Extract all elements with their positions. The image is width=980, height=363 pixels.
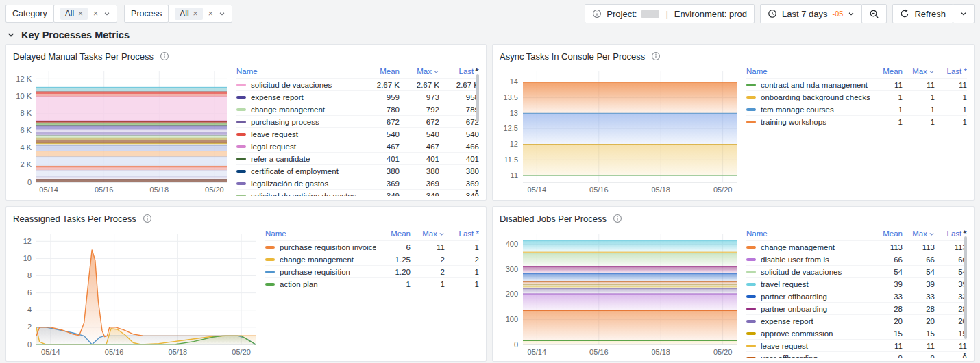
series-name[interactable]: approve commission (761, 329, 833, 338)
legend-row[interactable]: change management 113 113 113 (746, 240, 967, 253)
series-name[interactable]: legal request (251, 142, 296, 151)
series-name[interactable]: training workshops (761, 118, 826, 126)
legend-row[interactable]: user offboarding 9 9 9 (746, 351, 967, 358)
dashboard-row-header[interactable]: Key Processes Metrics (0, 25, 980, 44)
timeseries-chart[interactable]: 1111.51212.51313.51405/1405/1605/1805/20 (500, 64, 741, 196)
series-name[interactable]: leave request (761, 342, 808, 350)
legend-row[interactable]: contract and nda management 11 11 11 (746, 78, 967, 90)
legend-row[interactable]: purchasing process 672 672 672 (236, 115, 479, 127)
legend-col-mean[interactable]: Mean (870, 67, 903, 75)
series-name[interactable]: purchase requisition invoices (280, 243, 376, 251)
legend-scroll-up-icon[interactable]: ▲ (474, 66, 479, 71)
series-name[interactable]: change management (761, 243, 835, 251)
legend-row[interactable]: solicitud de anticipo de gastos 349 349 … (236, 189, 479, 196)
series-name[interactable]: purchase requisition (280, 268, 350, 276)
legend-scrollbar[interactable] (476, 74, 479, 122)
legend-row[interactable]: change management 1.25 2 2 (265, 253, 479, 265)
timeseries-chart[interactable]: 010020030040005/1405/1605/1805/20 (500, 227, 741, 358)
legend-col-mean[interactable]: Mean (360, 67, 400, 75)
legend-row[interactable]: partner offboarding 33 33 33 (746, 290, 967, 302)
legend-col-max[interactable]: Max (400, 67, 439, 75)
legend-row[interactable]: refer a candidate 401 401 401 (236, 152, 479, 164)
legend-row[interactable]: training workshops 1 1 1 (746, 115, 967, 127)
series-name[interactable]: onboarding background checks (761, 93, 870, 101)
legend-scroll-down-icon[interactable]: ▼ (962, 351, 967, 356)
series-name[interactable]: solicitud de vacaciones (251, 81, 332, 89)
series-name[interactable]: legalización de gastos (251, 179, 328, 188)
legend-col-last[interactable]: Last * (935, 67, 967, 75)
legend-col-mean[interactable]: Mean (870, 229, 903, 238)
series-name[interactable]: tcm manage courses (761, 105, 834, 114)
legend-col-name[interactable]: Name (236, 67, 360, 75)
panel-header[interactable]: Reassigned Tasks Per Process (13, 210, 479, 227)
legend-col-last[interactable]: Last * (445, 229, 479, 238)
series-name[interactable]: expense report (251, 93, 304, 101)
legend-col-max[interactable]: Max (411, 229, 445, 238)
series-name[interactable]: solicitud de anticipo de gastos (251, 192, 356, 197)
legend-col-last[interactable]: Last * (439, 67, 479, 75)
legend-col-name[interactable]: Name (265, 229, 376, 238)
legend-scroll-down-icon[interactable]: ▼ (474, 189, 479, 194)
legend-row[interactable]: disable user from is 66 66 66 (746, 253, 967, 265)
refresh-button[interactable]: Refresh (892, 4, 953, 23)
legend-row[interactable]: approve commission 15 15 15 (746, 327, 967, 339)
legend-row[interactable]: purchase requisition invoices 6 11 1 (265, 240, 479, 253)
legend-row[interactable]: leave request 11 11 11 (746, 339, 967, 351)
series-name[interactable]: refer a candidate (251, 155, 310, 163)
series-name[interactable]: contract and nda management (761, 81, 868, 89)
series-name[interactable]: action plan (280, 280, 318, 288)
panel-header[interactable]: Disabled Jobs Per Process (500, 210, 967, 227)
series-name[interactable]: disable user from is (761, 255, 829, 264)
time-range-button[interactable]: Last 7 days -05 (760, 4, 862, 23)
legend-row[interactable]: solicitud de vacaciones 54 54 54 (746, 265, 967, 277)
info-icon[interactable] (160, 51, 169, 61)
series-name[interactable]: certificate of employment (251, 167, 339, 175)
legend-row[interactable]: partner onboarding 28 28 28 (746, 302, 967, 314)
series-name[interactable]: user offboarding (761, 354, 818, 359)
close-icon[interactable]: × (193, 10, 198, 18)
legend-row[interactable]: legal request 467 467 466 (236, 140, 479, 152)
series-name[interactable]: solicitud de vacaciones (761, 268, 842, 276)
close-icon[interactable]: × (78, 10, 83, 18)
legend-col-mean[interactable]: Mean (376, 229, 411, 238)
legend-row[interactable]: onboarding background checks 1 1 1 (746, 90, 967, 103)
legend-row[interactable]: solicitud de vacaciones 2.67 K 2.67 K 2.… (236, 78, 479, 90)
legend-row[interactable]: certificate of employment 380 380 380 (236, 164, 479, 177)
legend-col-max[interactable]: Max (903, 67, 935, 75)
series-name[interactable]: change management (251, 105, 325, 114)
chevron-down-icon[interactable] (103, 10, 110, 17)
legend-row[interactable]: change management 780 792 789 (236, 103, 479, 115)
info-icon[interactable] (651, 51, 661, 61)
series-name[interactable]: purchasing process (251, 118, 319, 126)
panel-header[interactable]: Delayed Manual Tasks Per Process (13, 48, 479, 64)
legend-col-name[interactable]: Name (746, 229, 870, 238)
zoom-out-time-button[interactable] (861, 4, 887, 23)
info-icon[interactable] (143, 214, 152, 223)
legend-scrollbar[interactable] (964, 236, 967, 339)
chevron-down-icon[interactable] (219, 10, 225, 17)
legend-row[interactable]: action plan 1 1 1 (265, 277, 479, 290)
series-name[interactable]: partner offboarding (761, 292, 827, 301)
filter-chip[interactable]: All × (60, 8, 88, 20)
legend-row[interactable]: legalización de gastos 369 369 369 (236, 177, 479, 189)
filter-chip[interactable]: All × (175, 8, 202, 20)
timeseries-chart[interactable]: 02 K4 K6 K8 K10 K12 K05/1405/1605/1805/2… (13, 64, 231, 196)
legend-row[interactable]: expense report 20 20 20 (746, 314, 967, 327)
legend-row[interactable]: travel request 39 39 39 (746, 277, 967, 290)
timeseries-chart[interactable]: 02468101205/1405/1605/1805/20 (13, 227, 260, 358)
legend-scroll-up-icon[interactable]: ▲ (962, 229, 967, 234)
refresh-interval-button[interactable] (953, 4, 975, 23)
panel-header[interactable]: Async Tasks In Console Per Process (500, 48, 967, 64)
series-name[interactable]: partner onboarding (761, 305, 827, 313)
clear-filter-icon[interactable]: × (93, 10, 98, 18)
legend-row[interactable]: expense report 959 973 958 (236, 90, 479, 103)
legend-row[interactable]: purchase requisition 1.20 2 1 (265, 265, 479, 277)
series-name[interactable]: expense report (761, 317, 813, 325)
clear-filter-icon[interactable]: × (208, 10, 213, 18)
filter-value-box[interactable]: All × × (53, 5, 117, 23)
filter-value-box[interactable]: All × × (168, 5, 232, 23)
series-name[interactable]: change management (280, 255, 354, 264)
legend-row[interactable]: tcm manage courses 1 1 1 (746, 103, 967, 115)
legend-row[interactable]: leave request 540 540 540 (236, 127, 479, 140)
legend-col-name[interactable]: Name (746, 67, 870, 75)
